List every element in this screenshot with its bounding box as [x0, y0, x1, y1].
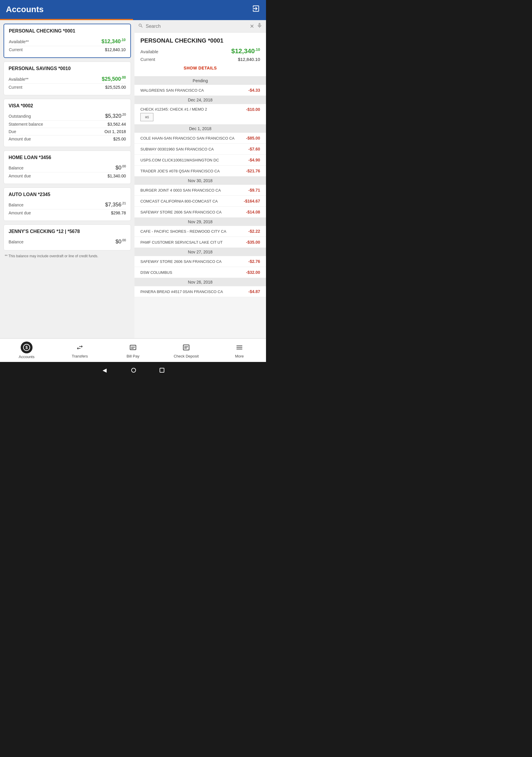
transaction-amount: -$4.87: [248, 289, 260, 294]
transaction-amount: -$85.00: [246, 136, 260, 140]
account-name: PERSONAL CHECKING *0001: [9, 28, 126, 34]
account-name: JENNY'S CHECKING *12 | *5678: [9, 229, 126, 234]
show-details-button[interactable]: SHOW DETAILS: [140, 63, 260, 72]
search-bar: ✕: [134, 20, 266, 33]
transaction-row[interactable]: USPS.COM CLICK100611WASHINGTON DC-$4.90: [134, 155, 266, 166]
account-row: Balance$0.00: [9, 163, 126, 172]
transaction-date-header: Nov 29, 2018: [134, 218, 266, 226]
account-row: Current$25,525.00: [9, 84, 126, 91]
nav-item-checkdeposit[interactable]: Check Deposit: [160, 342, 213, 358]
transaction-row[interactable]: SUBWAY 00301960 SAN FRANCISCO CA-$7.60: [134, 144, 266, 155]
nav-item-billpay[interactable]: Bill Pay: [106, 342, 160, 358]
account-row: Available**$12,340.10: [9, 37, 126, 46]
transaction-row[interactable]: BURGER JOINT 4 0003 SAN FRANCISCO CA-$9.…: [134, 185, 266, 196]
transaction-amount: -$35.00: [246, 240, 260, 245]
account-name: HOME LOAN *3456: [9, 155, 126, 160]
transaction-amount: -$10.00: [246, 107, 260, 112]
search-icon: [138, 23, 143, 30]
nav-label-billpay: Bill Pay: [127, 354, 139, 358]
detail-current-label: Current: [140, 57, 155, 62]
transaction-amount: -$14.08: [246, 210, 260, 214]
transaction-row[interactable]: TRADER JOE'S #078 QSAN FRANCISCO CA-$21.…: [134, 166, 266, 176]
detail-account-name: PERSONAL CHECKING *0001: [140, 37, 260, 44]
account-row: Amount due$298.78: [9, 209, 126, 217]
account-card-personal-checking[interactable]: PERSONAL CHECKING *0001Available**$12,34…: [4, 24, 131, 58]
bottom-navigation: $AccountsTransfersBill PayCheck DepositM…: [0, 338, 266, 362]
account-card-home-loan[interactable]: HOME LOAN *3456Balance$0.00Amount due$1,…: [4, 151, 131, 184]
transfers-nav-icon: [74, 342, 85, 353]
check-thumbnail[interactable]: ≡ $: [140, 113, 153, 121]
transaction-row[interactable]: SAFEWAY STORE 2606 SAN FRANCISCO CA-$2.7…: [134, 256, 266, 267]
transaction-amount: -$2.22: [248, 229, 260, 234]
transaction-amount: -$7.60: [248, 147, 260, 151]
account-row: Statement balance$3,562.44: [9, 121, 126, 128]
transaction-row[interactable]: PAMF CUSTOMER SERVICSALT LAKE CIT UT-$35…: [134, 237, 266, 248]
account-row: Amount due$25.00: [9, 136, 126, 142]
transaction-name: SAFEWAY STORE 2606 SAN FRANCISCO CA: [140, 259, 246, 264]
detail-available-value: $12,340.10: [231, 47, 260, 55]
account-card-visa[interactable]: VISA *0002Outstanding$5,320.20Statement …: [4, 99, 131, 147]
transaction-row[interactable]: CAFE - PACIFIC SHORES - REDWOOD CITY CA-…: [134, 226, 266, 237]
transaction-amount: -$32.00: [246, 270, 260, 275]
account-name: PERSONAL SAVINGS *0010: [9, 66, 126, 71]
transaction-name: COMCAST CALIFORNIA 800-COMCAST CA: [140, 199, 242, 203]
nav-label-accounts: Accounts: [18, 354, 34, 359]
account-name: VISA *0002: [9, 103, 126, 108]
transaction-amount: -$21.76: [246, 168, 260, 173]
nav-label-checkdeposit: Check Deposit: [174, 354, 199, 358]
transaction-row[interactable]: PANERA BREAD #4517 0SAN FRANCISCO CA-$4.…: [134, 286, 266, 297]
nav-item-accounts[interactable]: $Accounts: [0, 342, 53, 359]
app-header: Accounts: [0, 0, 266, 19]
microphone-icon[interactable]: [256, 22, 262, 30]
logout-icon[interactable]: [252, 4, 260, 15]
search-input[interactable]: [146, 24, 248, 29]
transaction-name: Check #12345: Check #1 / Memo 2: [140, 107, 244, 112]
account-detail-panel: ✕ PERSONAL CHECKING *0001 Available $12,…: [134, 20, 266, 338]
check-image-preview[interactable]: ≡ $: [140, 113, 153, 121]
transaction-date-header: Dec 24, 2018: [134, 96, 266, 104]
home-button[interactable]: [131, 368, 136, 373]
transaction-row[interactable]: Check #12345: Check #1 / Memo 2-$10.00≡ …: [134, 104, 266, 125]
transaction-date-header: Dec 1, 2018: [134, 125, 266, 133]
recent-apps-button[interactable]: [160, 368, 164, 373]
transaction-date-header: Nov 27, 2018: [134, 248, 266, 256]
accounts-nav-icon: $: [21, 342, 33, 353]
transaction-row[interactable]: COMCAST CALIFORNIA 800-COMCAST CA-$164.6…: [134, 196, 266, 207]
transaction-date-header: Nov 30, 2018: [134, 176, 266, 185]
detail-available-label: Available: [140, 49, 159, 54]
transaction-name: SUBWAY 00301960 SAN FRANCISCO CA: [140, 147, 246, 151]
header-title: Accounts: [6, 5, 44, 14]
account-row: Outstanding$5,320.20: [9, 111, 126, 121]
more-nav-icon: [234, 342, 245, 353]
nav-item-more[interactable]: More: [213, 342, 266, 358]
transaction-name: DSW COLUMBUS: [140, 270, 244, 275]
search-clear-icon[interactable]: ✕: [250, 23, 254, 30]
back-button[interactable]: ◀: [102, 367, 107, 373]
transaction-row[interactable]: COLE HAAN-SAN FRANCISCO SAN FRANCISCO CA…: [134, 133, 266, 144]
nav-label-transfers: Transfers: [72, 354, 88, 358]
transaction-row[interactable]: DSW COLUMBUS-$32.00: [134, 267, 266, 278]
transaction-name: SAFEWAY STORE 2606 SAN FRANCISCO CA: [140, 210, 244, 214]
account-card-auto-loan[interactable]: AUTO LOAN *2345Balance$7,356.21Amount du…: [4, 188, 131, 221]
transaction-amount: -$4.33: [248, 88, 260, 93]
transaction-name: PANERA BREAD #4517 0SAN FRANCISCO CA: [140, 289, 246, 294]
account-row: Amount due$1,340.00: [9, 172, 126, 179]
transaction-row[interactable]: SAFEWAY STORE 2606 SAN FRANCISCO CA-$14.…: [134, 207, 266, 218]
account-card-jenny-checking[interactable]: JENNY'S CHECKING *12 | *5678Balance$0.00: [4, 225, 131, 251]
transaction-name: USPS.COM CLICK100611WASHINGTON DC: [140, 158, 246, 162]
account-list: PERSONAL CHECKING *0001Available**$12,34…: [0, 20, 134, 338]
nav-item-transfers[interactable]: Transfers: [53, 342, 106, 358]
transaction-name: WALGREENS SAN FRANCISCO CA: [140, 88, 246, 93]
transaction-amount: -$9.71: [248, 188, 260, 193]
nav-label-more: More: [235, 354, 244, 358]
transaction-row[interactable]: WALGREENS SAN FRANCISCO CA-$4.33: [134, 85, 266, 96]
transaction-amount: -$4.90: [248, 158, 260, 162]
account-row: Balance$0.00: [9, 237, 126, 246]
transaction-name: PAMF CUSTOMER SERVICSALT LAKE CIT UT: [140, 240, 244, 245]
transaction-amount: -$2.76: [248, 259, 260, 264]
footnote: ** This balance may include overdraft or…: [4, 254, 131, 258]
account-row: Current$12,840.10: [9, 46, 126, 53]
transaction-date-header: Pending: [134, 76, 266, 85]
account-name: AUTO LOAN *2345: [9, 192, 126, 197]
account-card-personal-savings[interactable]: PERSONAL SAVINGS *0010Available**$25,500…: [4, 62, 131, 95]
